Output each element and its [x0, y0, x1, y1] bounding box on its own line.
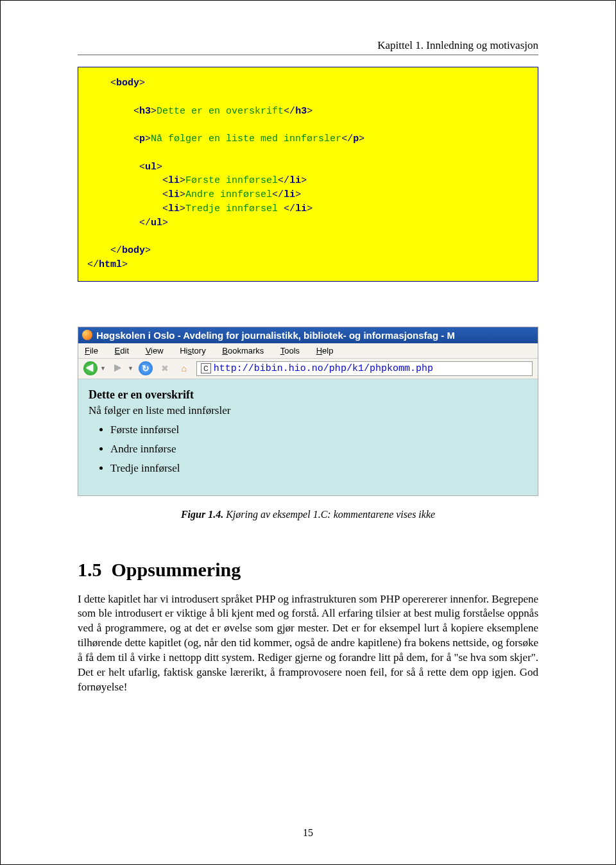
figure-caption: Figur 1.4. Kjøring av eksempel 1.C: komm… — [78, 509, 538, 520]
back-dropdown-icon[interactable]: ▼ — [100, 365, 106, 372]
forward-button[interactable]: ⯈ — [111, 361, 125, 375]
list-item: Første innførsel — [110, 424, 527, 436]
rendered-paragraph: Nå følger en liste med innførsler — [89, 404, 527, 417]
section-heading: 1.5 Oppsummering — [78, 559, 538, 581]
browser-viewport: Dette er en overskrift Nå følger en list… — [78, 379, 538, 495]
rendered-heading: Dette er en overskrift — [89, 388, 527, 402]
caption-text: Kjøring av eksempel 1.C: kommentarene vi… — [223, 509, 435, 520]
menu-history[interactable]: History — [180, 346, 205, 355]
browser-titlebar: Høgskolen i Oslo - Avdeling for journali… — [78, 327, 538, 343]
browser-toolbar: ⯇▼ ⯈▼ ↻ ✖ ⌂ C http://bibin.hio.no/php/k1… — [78, 359, 538, 379]
menu-edit[interactable]: Edit — [115, 346, 129, 355]
menu-tools[interactable]: Tools — [280, 346, 300, 355]
home-button[interactable]: ⌂ — [177, 361, 191, 375]
section-number: 1.5 — [78, 559, 102, 580]
list-item: Tredje innførsel — [110, 462, 527, 475]
browser-menubar: File Edit View History Bookmarks Tools H… — [78, 343, 538, 359]
window-title: Høgskolen i Oslo - Avdeling for journali… — [96, 330, 455, 341]
menu-bookmarks[interactable]: Bookmarks — [222, 346, 264, 355]
reload-button[interactable]: ↻ — [139, 361, 153, 375]
list-item: Andre innførse — [110, 443, 527, 456]
browser-window: Høgskolen i Oslo - Avdeling for journali… — [78, 327, 538, 496]
menu-view[interactable]: View — [146, 346, 164, 355]
menu-help[interactable]: Help — [316, 346, 334, 355]
url-bar[interactable]: C http://bibin.hio.no/php/k1/phpkomm.php — [196, 361, 533, 376]
page: Kapittel 1. Innledning og motivasjon <bo… — [0, 0, 616, 865]
url-text: http://bibin.hio.no/php/k1/phpkomm.php — [214, 363, 433, 374]
section-title: Oppsummering — [112, 559, 241, 580]
rendered-list: Første innførsel Andre innførse Tredje i… — [89, 424, 527, 475]
page-number: 15 — [1, 827, 615, 839]
caption-label: Figur 1.4. — [181, 509, 223, 520]
page-header: Kapittel 1. Innledning og motivasjon — [78, 39, 538, 55]
page-icon: C — [201, 363, 211, 373]
firefox-icon — [82, 330, 92, 340]
code-listing: <body> <h3>Dette er en overskrift</h3> <… — [78, 67, 538, 282]
body-paragraph: I dette kapitlet har vi introdusert språ… — [78, 592, 538, 696]
fwd-dropdown-icon[interactable]: ▼ — [128, 365, 133, 372]
back-button[interactable]: ⯇ — [83, 361, 98, 375]
menu-file[interactable]: File — [85, 346, 98, 355]
stop-button[interactable]: ✖ — [158, 361, 172, 375]
